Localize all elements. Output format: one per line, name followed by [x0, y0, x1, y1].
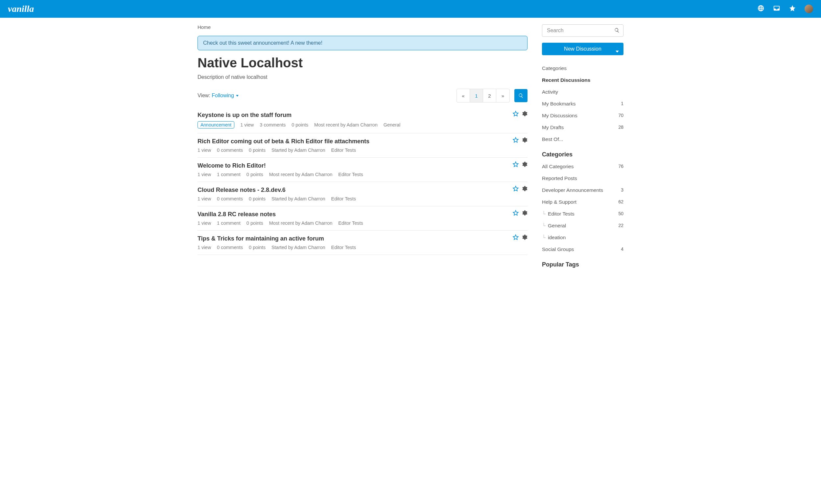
pager-prev[interactable]: « — [457, 89, 470, 102]
sidebar-item-count: 28 — [618, 125, 624, 130]
bookmark-icon[interactable] — [513, 210, 519, 218]
bookmark-icon[interactable] — [513, 185, 519, 193]
bookmark-icon[interactable] — [513, 137, 519, 145]
discussion-meta-item: Editor Tests — [338, 172, 363, 177]
discussion-meta-item: 0 comments — [217, 245, 243, 250]
sidebar-nav-item[interactable]: Recent Discussions — [542, 74, 624, 86]
discussion-meta-item: 0 points — [249, 245, 265, 250]
discussion-meta-item: 1 view — [197, 148, 211, 153]
discussion-item: Tips & Tricks for maintaining an active … — [197, 231, 528, 255]
breadcrumb[interactable]: Home — [197, 24, 528, 30]
discussion-meta: Announcement1 view3 comments0 pointsMost… — [197, 121, 528, 128]
discussion-meta-item: General — [383, 122, 400, 127]
category-item[interactable]: Developer Announcements3 — [542, 184, 624, 196]
category-label: ideation — [542, 235, 566, 241]
discussion-item: Rich Editor coming out of beta & Rich Ed… — [197, 133, 528, 158]
sidebar-nav-item[interactable]: My Drafts28 — [542, 122, 624, 133]
category-label: Help & Support — [542, 199, 577, 205]
discussion-title[interactable]: Rich Editor coming out of beta & Rich Ed… — [197, 138, 528, 145]
gear-icon[interactable] — [521, 110, 528, 118]
search-icon[interactable] — [614, 28, 620, 34]
category-item[interactable]: Help & Support62 — [542, 196, 624, 208]
discussion-meta: 1 view0 comments0 pointsStarted by Adam … — [197, 196, 528, 201]
gear-icon[interactable] — [521, 161, 528, 169]
discussion-meta-item: 0 points — [246, 172, 263, 177]
logo[interactable]: vanilla — [8, 4, 34, 14]
categories-heading: Categories — [542, 151, 624, 158]
bookmark-icon[interactable] — [513, 234, 519, 242]
search-button[interactable] — [514, 89, 528, 102]
category-count: 22 — [618, 223, 624, 229]
sidebar-item-label: Best Of... — [542, 136, 563, 142]
view-label: View: — [197, 93, 210, 98]
discussion-title[interactable]: Welcome to Rich Editor! — [197, 162, 528, 169]
category-item[interactable]: Editor Tests50 — [542, 208, 624, 220]
sidebar-nav-item[interactable]: Best Of... — [542, 133, 624, 145]
discussion-meta-item: Started by Adam Charron — [271, 245, 325, 250]
view-filter[interactable]: View: Following — [197, 93, 239, 99]
category-label: Social Groups — [542, 246, 574, 252]
discussion-item: Cloud Release notes - 2.8.dev.61 view0 c… — [197, 182, 528, 206]
avatar[interactable] — [805, 5, 813, 13]
gear-icon[interactable] — [521, 185, 528, 193]
sidebar-nav-item[interactable]: My Discussions70 — [542, 110, 624, 122]
sidebar-nav-item[interactable]: My Bookmarks1 — [542, 98, 624, 110]
discussion-title[interactable]: Keystone is up on the staff forum — [197, 112, 528, 119]
discussion-meta-item: 0 points — [249, 148, 265, 153]
discussion-title[interactable]: Vanilla 2.8 RC release notes — [197, 211, 528, 218]
sidebar-nav-item[interactable]: Activity — [542, 86, 624, 98]
discussion-meta: 1 view0 comments0 pointsStarted by Adam … — [197, 245, 528, 250]
discussion-meta-item: Started by Adam Charron — [271, 196, 325, 201]
view-value: Following — [212, 93, 234, 98]
category-count: 62 — [618, 199, 624, 205]
discussion-meta-item: Editor Tests — [338, 220, 363, 226]
sidebar-item-label: Activity — [542, 89, 558, 95]
category-item[interactable]: Social Groups4 — [542, 243, 624, 255]
new-discussion-button[interactable]: New Discussion — [542, 43, 624, 55]
discussion-title[interactable]: Cloud Release notes - 2.8.dev.6 — [197, 187, 528, 194]
category-label: Developer Announcements — [542, 187, 603, 193]
discussion-meta-item: 1 view — [197, 245, 211, 250]
discussion-title[interactable]: Tips & Tricks for maintaining an active … — [197, 235, 528, 242]
discussion-meta-item: Most recent by Adam Charron — [269, 172, 332, 177]
discussion-meta-item: 1 comment — [217, 172, 240, 177]
discussion-meta-item: 0 points — [246, 220, 263, 226]
sidebar-nav-item[interactable]: Categories — [542, 62, 624, 74]
main-content: Home Check out this sweet announcement! … — [197, 24, 528, 271]
star-icon[interactable] — [789, 5, 796, 13]
gear-icon[interactable] — [521, 234, 528, 242]
gear-icon[interactable] — [521, 210, 528, 218]
category-item[interactable]: Reported Posts — [542, 172, 624, 184]
announcement-banner: Check out this sweet announcement! A new… — [197, 36, 528, 50]
discussion-meta-item: 0 comments — [217, 196, 243, 201]
discussion-meta-item: Most recent by Adam Charron — [269, 220, 332, 226]
page-description: Description of native localhost — [197, 74, 528, 80]
category-label: Editor Tests — [542, 211, 575, 217]
search-input[interactable] — [542, 24, 624, 37]
discussion-item: Keystone is up on the staff forumAnnounc… — [197, 107, 528, 133]
bookmark-icon[interactable] — [513, 161, 519, 169]
bookmark-icon[interactable] — [513, 110, 519, 118]
inbox-icon[interactable] — [773, 5, 780, 13]
discussion-meta-item: 0 points — [249, 196, 265, 201]
discussion-meta-item: Editor Tests — [331, 196, 356, 201]
category-item[interactable]: General22 — [542, 220, 624, 232]
topbar: vanilla — [0, 0, 821, 18]
discussion-meta-item: Most recent by Adam Charron — [314, 122, 377, 127]
search-box — [542, 24, 624, 37]
pager-page-2[interactable]: 2 — [483, 89, 496, 102]
pager: « 1 2 » — [457, 89, 510, 103]
announcement-tag: Announcement — [197, 121, 234, 128]
gear-icon[interactable] — [521, 137, 528, 145]
new-discussion-label: New Discussion — [564, 46, 602, 52]
category-item[interactable]: ideation — [542, 232, 624, 243]
discussion-meta: 1 view1 comment0 pointsMost recent by Ad… — [197, 172, 528, 177]
category-count: 3 — [621, 187, 624, 193]
discussion-meta-item: Editor Tests — [331, 245, 356, 250]
pager-next[interactable]: » — [496, 89, 510, 102]
category-item[interactable]: All Categories76 — [542, 161, 624, 172]
pager-page-1[interactable]: 1 — [470, 89, 483, 102]
sidebar-item-count: 70 — [618, 113, 624, 119]
globe-icon[interactable] — [757, 5, 764, 13]
topbar-icons — [757, 5, 813, 13]
